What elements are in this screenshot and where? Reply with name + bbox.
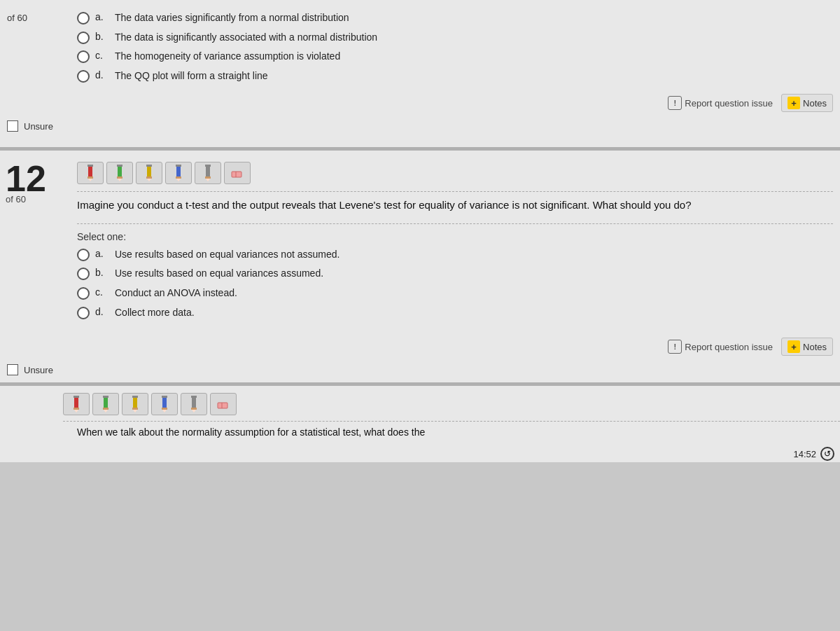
q12-content: Imagine you conduct a t-test and the out… (63, 158, 840, 331)
pencil-yellow-icon (143, 165, 155, 181)
q11-text-b: The data is significantly associated wit… (115, 31, 377, 45)
q13-pencil-red-icon (70, 396, 83, 412)
question-12-block: 12 of 60 (0, 151, 840, 384)
pencil-green-icon (113, 165, 126, 181)
q11-unsure-checkbox[interactable] (7, 120, 18, 132)
svg-marker-24 (74, 410, 78, 412)
q12-of-label: of 60 (6, 194, 26, 204)
q12-toolbar-pencil-green[interactable] (106, 162, 133, 184)
svg-rect-30 (133, 397, 137, 408)
q12-report-label: Report question issue (685, 342, 773, 352)
q12-letter-d: d. (95, 306, 109, 317)
q12-toolbar-pencil-blue[interactable] (165, 162, 192, 184)
svg-rect-26 (104, 397, 108, 408)
q12-unsure-checkbox[interactable] (7, 364, 18, 375)
q11-options-container: a. The data varies significantly from a … (63, 11, 840, 88)
q11-text-c: The homogeneity of variance assumption i… (115, 50, 340, 64)
q13-pencil-green-icon (99, 396, 112, 412)
q13-toolbar-pencil-red[interactable] (63, 393, 90, 415)
q13-toolbar-eraser[interactable] (210, 393, 237, 415)
q12-text-c: Conduct an ANOVA instead. (115, 286, 237, 300)
q12-toolbar-eraser[interactable] (224, 162, 251, 184)
svg-rect-0 (88, 166, 92, 177)
q11-notes-button[interactable]: + Notes (781, 94, 833, 112)
svg-rect-29 (103, 396, 108, 398)
q12-toolbar-pencil-red[interactable] (77, 162, 104, 184)
svg-rect-15 (176, 165, 181, 167)
svg-rect-39 (191, 408, 197, 410)
q11-radio-b[interactable] (77, 32, 90, 44)
q12-radio-c[interactable] (77, 287, 90, 300)
svg-rect-25 (74, 396, 79, 398)
q11-radio-c[interactable] (77, 50, 90, 63)
q11-of-label: of 60 (7, 13, 27, 23)
svg-rect-27 (103, 408, 108, 410)
q11-report-issue-button[interactable]: ! Report question issue (668, 96, 773, 110)
q13-text-container: When we talk about the normality assumpt… (63, 426, 840, 438)
q11-option-a: a. The data varies significantly from a … (77, 11, 833, 25)
svg-rect-20 (232, 172, 241, 177)
refresh-icon[interactable]: ↺ (820, 447, 834, 461)
svg-rect-33 (132, 396, 138, 398)
time-display: 14:52 (793, 449, 816, 459)
svg-rect-4 (118, 166, 122, 177)
q12-notes-label: Notes (803, 342, 827, 352)
q12-toolbar-pencil-yellow[interactable] (136, 162, 162, 184)
question-13-partial: When we talk about the normality assumpt… (0, 386, 840, 462)
svg-rect-9 (146, 176, 152, 179)
q12-footer: ! Report question issue + Notes (0, 335, 840, 359)
q11-footer: ! Report question issue + Notes (0, 91, 840, 115)
q12-unsure-row: Unsure (0, 359, 840, 382)
svg-rect-12 (176, 166, 181, 177)
q11-radio-a[interactable] (77, 12, 90, 25)
pencil-gray-icon (202, 165, 214, 181)
svg-rect-17 (205, 176, 211, 179)
q13-toolbar (0, 393, 840, 415)
q11-radio-d[interactable] (77, 70, 90, 83)
q12-radio-b[interactable] (77, 268, 90, 280)
q12-option-c: c. Conduct an ANOVA instead. (77, 286, 833, 300)
q12-option-a: a. Use results based on equal variances … (77, 248, 833, 262)
q13-eraser-icon (216, 397, 230, 411)
q12-option-d: d. Collect more data. (77, 306, 833, 320)
q13-toolbar-pencil-yellow[interactable] (122, 393, 148, 415)
svg-marker-2 (88, 179, 92, 181)
svg-marker-32 (133, 410, 137, 412)
pencil-red-icon (84, 165, 97, 181)
q12-radio-d[interactable] (77, 307, 90, 319)
q11-option-d: d. The QQ plot will form a straight line (77, 69, 833, 83)
q12-unsure-label: Unsure (24, 365, 53, 375)
q13-partial-text: When we talk about the normality assumpt… (77, 427, 425, 441)
svg-rect-35 (162, 408, 167, 410)
svg-marker-36 (162, 410, 167, 412)
q12-report-issue-button[interactable]: ! Report question issue (668, 340, 773, 354)
q12-toolbar-pencil-gray[interactable] (195, 162, 221, 184)
q11-report-label: Report question issue (685, 98, 773, 109)
q13-pencil-gray-icon (188, 396, 200, 412)
svg-rect-8 (147, 166, 151, 177)
svg-rect-7 (117, 165, 122, 167)
q13-toolbar-pencil-green[interactable] (92, 393, 119, 415)
svg-marker-14 (176, 179, 181, 181)
q12-dashed-top (77, 191, 833, 192)
svg-marker-18 (206, 179, 210, 181)
q12-notes-plus-icon: + (788, 340, 800, 353)
q11-unsure-label: Unsure (24, 121, 53, 132)
q11-text-a: The data varies significantly from a nor… (115, 11, 349, 25)
q11-number-label: of 60 (0, 11, 63, 23)
svg-rect-34 (162, 397, 167, 408)
svg-rect-11 (146, 165, 152, 167)
q13-dashed-top (63, 421, 840, 422)
q12-option-b: b. Use results based on equal variances … (77, 267, 833, 281)
q12-dashed-mid (77, 223, 833, 224)
q12-notes-button[interactable]: + Notes (781, 338, 833, 356)
svg-rect-23 (74, 408, 79, 410)
svg-marker-6 (118, 179, 122, 181)
q13-toolbar-pencil-gray[interactable] (181, 393, 207, 415)
q12-letter-a: a. (95, 248, 109, 259)
q13-toolbar-pencil-blue[interactable] (151, 393, 178, 415)
q12-question-text: Imagine you conduct a t-test and the out… (77, 197, 833, 214)
q11-letter-c: c. (95, 50, 109, 61)
q12-radio-a[interactable] (77, 249, 90, 261)
q12-text-d: Collect more data. (115, 306, 195, 320)
